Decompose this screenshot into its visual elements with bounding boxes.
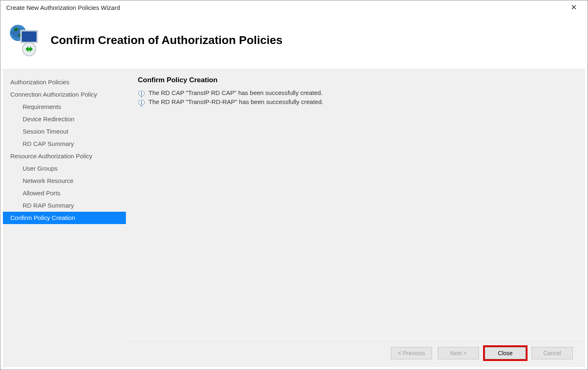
sidebar-item-user-groups[interactable]: User Groups <box>3 162 126 175</box>
window-close-button[interactable]: ✕ <box>565 0 582 14</box>
svg-rect-8 <box>141 93 142 95</box>
wizard-icon <box>6 22 43 59</box>
status-message: The RD CAP "TransIP RD CAP" has been suc… <box>138 89 574 97</box>
content-col: Confirm Policy Creation The RD CAP "Tran… <box>126 69 585 367</box>
sidebar-item-requirements[interactable]: Requirements <box>3 101 126 113</box>
sidebar-item-network-resource[interactable]: Network Resource <box>3 175 126 187</box>
footer: < Previous Next > Close Cancel <box>126 338 585 367</box>
sidebar-item-device-redirection[interactable]: Device Redirection <box>3 113 126 125</box>
content-main: Confirm Policy Creation The RD CAP "Tran… <box>126 69 585 338</box>
sidebar-item-session-timeout[interactable]: Session Timeout <box>3 125 126 138</box>
page-title: Confirm Creation of Authorization Polici… <box>51 34 283 47</box>
svg-point-10 <box>141 101 142 102</box>
titlebar: Create New Authorization Policies Wizard… <box>0 0 588 14</box>
close-button[interactable]: Close <box>485 347 526 359</box>
svg-rect-11 <box>141 102 142 104</box>
sidebar-item-rd-cap-summary[interactable]: RD CAP Summary <box>3 138 126 150</box>
sidebar-item-confirm-policy-creation[interactable]: Confirm Policy Creation <box>3 212 126 224</box>
content-heading: Confirm Policy Creation <box>138 76 574 84</box>
sidebar: Authorization PoliciesConnection Authori… <box>3 69 126 367</box>
status-message: The RD RAP "TransIP-RD-RAP" has been suc… <box>138 98 574 106</box>
sidebar-item-authorization-policies[interactable]: Authorization Policies <box>3 76 126 88</box>
window-title: Create New Authorization Policies Wizard <box>6 4 120 11</box>
sidebar-item-connection-authorization-policy[interactable]: Connection Authorization Policy <box>3 88 126 101</box>
status-message-text: The RD CAP "TransIP RD CAP" has been suc… <box>149 89 323 96</box>
previous-button[interactable]: < Previous <box>391 347 432 359</box>
sidebar-item-rd-rap-summary[interactable]: RD RAP Summary <box>3 199 126 212</box>
svg-rect-2 <box>22 31 37 42</box>
cancel-button[interactable]: Cancel <box>532 347 573 359</box>
info-icon <box>138 90 145 97</box>
sidebar-item-resource-authorization-policy[interactable]: Resource Authorization Policy <box>3 150 126 162</box>
wizard-window: Create New Authorization Policies Wizard… <box>0 0 588 370</box>
next-button[interactable]: Next > <box>438 347 479 359</box>
header: Confirm Creation of Authorization Polici… <box>0 14 588 69</box>
sidebar-item-allowed-ports[interactable]: Allowed Ports <box>3 187 126 199</box>
status-message-text: The RD RAP "TransIP-RD-RAP" has been suc… <box>149 98 323 105</box>
svg-point-7 <box>141 92 142 92</box>
body: Authorization PoliciesConnection Authori… <box>0 69 588 370</box>
info-icon <box>138 99 145 106</box>
messages: The RD CAP "TransIP RD CAP" has been suc… <box>138 89 574 106</box>
